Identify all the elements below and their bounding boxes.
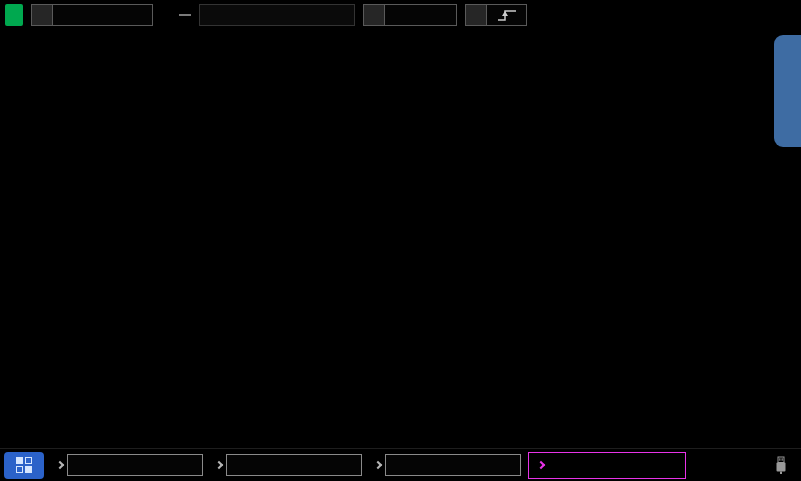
channel-1-state	[67, 454, 203, 476]
waveform-preview[interactable]	[199, 4, 355, 26]
channel-1-menu[interactable]	[51, 454, 203, 476]
timebase-value	[53, 4, 153, 26]
timebase-control[interactable]	[31, 4, 153, 26]
channel-2-state	[226, 454, 362, 476]
header-bar	[0, 0, 801, 30]
delay-label	[363, 4, 385, 26]
timebase-label	[31, 4, 53, 26]
bus-la-tab[interactable]	[774, 35, 801, 147]
trigger-control[interactable]	[465, 4, 527, 26]
scope-graticule	[0, 30, 801, 448]
trigger-mode-box	[487, 4, 527, 26]
memory-depth	[179, 14, 191, 16]
preview-waveform-icon	[202, 5, 352, 25]
usb-icon	[774, 456, 788, 475]
trigger-status-badge	[5, 4, 23, 26]
rising-edge-icon	[495, 6, 519, 24]
menu-button[interactable]	[4, 452, 44, 479]
channel-2-menu[interactable]	[210, 454, 362, 476]
delay-value	[385, 4, 457, 26]
chevron-right-icon	[215, 461, 223, 469]
chevron-right-icon	[56, 461, 64, 469]
chevron-right-icon	[374, 461, 382, 469]
channel-3-menu[interactable]	[369, 454, 521, 476]
la-channel-indicator	[548, 464, 680, 466]
delay-control[interactable]	[363, 4, 457, 26]
trigger-label	[465, 4, 487, 26]
chevron-right-icon	[537, 461, 545, 469]
scope-display[interactable]	[0, 30, 801, 448]
footer-bar	[0, 448, 801, 481]
menu-grid-icon	[16, 457, 32, 473]
acquisition-info	[179, 14, 191, 16]
channel-3-state	[385, 454, 521, 476]
la-status[interactable]	[528, 452, 686, 479]
